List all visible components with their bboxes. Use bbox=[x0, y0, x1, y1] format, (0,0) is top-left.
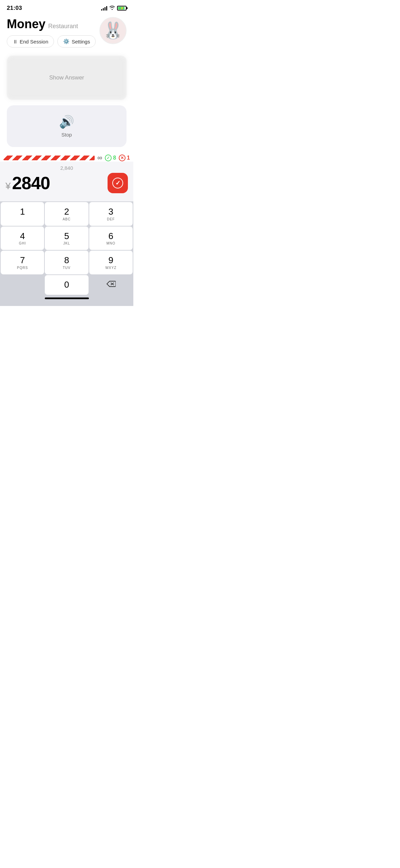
header-buttons: ⏸ End Session ⚙️ Settings bbox=[7, 35, 96, 48]
key-7[interactable]: 7 PQRS bbox=[1, 251, 44, 274]
input-hint: 2,840 bbox=[5, 165, 128, 171]
header: Money Restaurant ⏸ End Session ⚙️ Settin… bbox=[0, 14, 133, 52]
correct-score: ✓ 8 bbox=[105, 155, 116, 161]
key-0[interactable]: 0 bbox=[45, 275, 88, 295]
end-session-label: End Session bbox=[20, 39, 48, 44]
signal-icon bbox=[101, 6, 107, 11]
input-value-row: ¥ 2840 bbox=[5, 173, 50, 193]
delete-icon bbox=[106, 281, 116, 289]
wifi-icon bbox=[109, 5, 115, 11]
home-indicator bbox=[0, 295, 133, 306]
key-2[interactable]: 2 ABC bbox=[45, 202, 88, 226]
header-left: Money Restaurant ⏸ End Session ⚙️ Settin… bbox=[7, 17, 96, 48]
check-circle: ✓ bbox=[112, 178, 123, 188]
wrong-count: 1 bbox=[127, 155, 130, 161]
settings-button[interactable]: ⚙️ Settings bbox=[57, 35, 96, 48]
stop-label: Stop bbox=[61, 132, 72, 138]
avatar: 🐰 bbox=[99, 17, 127, 44]
score-meta: ∞ ✓ 8 ✕ 1 bbox=[97, 154, 130, 162]
key-empty bbox=[1, 275, 44, 295]
input-display: ¥ 2840 ✓ bbox=[5, 171, 128, 196]
x-circle-icon: ✕ bbox=[119, 155, 126, 161]
end-session-button[interactable]: ⏸ End Session bbox=[7, 35, 54, 48]
stripe-progress bbox=[3, 156, 95, 160]
input-area: 2,840 ¥ 2840 ✓ bbox=[0, 162, 133, 201]
home-bar bbox=[45, 297, 89, 299]
main-content: Show Answer 🔊 Stop bbox=[0, 52, 133, 147]
app-title: Money bbox=[7, 17, 45, 31]
settings-label: Settings bbox=[72, 39, 90, 44]
status-bar: 21:03 ⚡ bbox=[0, 0, 133, 14]
key-4[interactable]: 4 GHI bbox=[1, 227, 44, 250]
header-title: Money Restaurant bbox=[7, 17, 96, 31]
wrong-score: ✕ 1 bbox=[119, 155, 130, 161]
keypad-grid: 1 2 ABC 3 DEF 4 GHI 5 JKL 6 MNO 7 PQRS 8 bbox=[1, 202, 133, 274]
confirm-button[interactable]: ✓ bbox=[108, 173, 128, 193]
keypad: 1 2 ABC 3 DEF 4 GHI 5 JKL 6 MNO 7 PQRS 8 bbox=[0, 201, 133, 295]
status-icons: ⚡ bbox=[101, 5, 127, 11]
key-9[interactable]: 9 WXYZ bbox=[89, 251, 133, 274]
key-3[interactable]: 3 DEF bbox=[89, 202, 133, 226]
input-number: 2840 bbox=[12, 173, 50, 193]
stop-button[interactable]: 🔊 Stop bbox=[7, 105, 127, 147]
key-1[interactable]: 1 bbox=[1, 202, 44, 226]
app-subtitle: Restaurant bbox=[48, 23, 78, 30]
key-5[interactable]: 5 JKL bbox=[45, 227, 88, 250]
check-circle-icon: ✓ bbox=[105, 155, 112, 161]
answer-area[interactable]: Show Answer bbox=[7, 56, 127, 100]
currency-symbol: ¥ bbox=[5, 181, 11, 192]
infinity-icon: ∞ bbox=[97, 154, 102, 162]
sound-icon: 🔊 bbox=[59, 115, 74, 129]
correct-count: 8 bbox=[113, 155, 116, 161]
progress-bar-row: ∞ ✓ 8 ✕ 1 bbox=[0, 154, 133, 162]
checkmark-icon: ✓ bbox=[115, 179, 120, 187]
key-6[interactable]: 6 MNO bbox=[89, 227, 133, 250]
delete-button[interactable] bbox=[89, 275, 133, 295]
show-answer-text: Show Answer bbox=[49, 74, 84, 81]
keypad-bottom-row: 0 bbox=[1, 275, 133, 295]
status-time: 21:03 bbox=[7, 5, 22, 12]
battery-icon: ⚡ bbox=[117, 6, 127, 11]
gear-icon: ⚙️ bbox=[63, 38, 70, 44]
key-8[interactable]: 8 TUV bbox=[45, 251, 88, 274]
pause-icon: ⏸ bbox=[13, 39, 18, 44]
